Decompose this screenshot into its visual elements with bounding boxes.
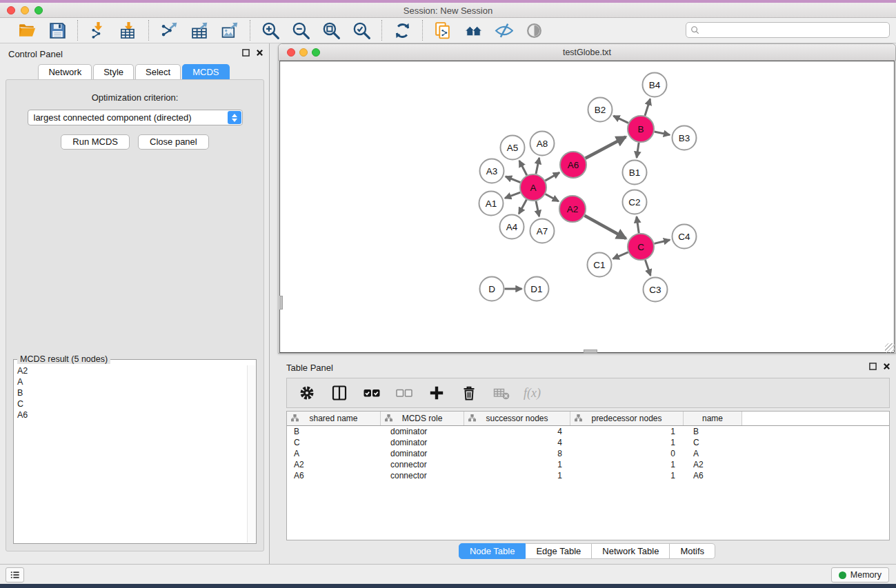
cell-successor-nodes[interactable]: 8: [464, 448, 570, 459]
cell-name[interactable]: B: [684, 426, 742, 437]
column-header-name[interactable]: name: [684, 412, 742, 425]
edge-C-C1[interactable]: [613, 252, 628, 258]
function-builder-icon[interactable]: f(x): [524, 386, 541, 401]
node-B[interactable]: B: [628, 116, 654, 142]
cell-predecessor-nodes[interactable]: 1: [570, 459, 684, 470]
edge-A-A6[interactable]: [545, 172, 559, 181]
cell-name[interactable]: A: [684, 448, 742, 459]
close-panel-icon[interactable]: [256, 49, 263, 57]
delete-table-icon[interactable]: [491, 383, 512, 403]
node-A5[interactable]: A5: [501, 136, 525, 160]
node-A1[interactable]: A1: [479, 192, 504, 216]
edge-A-A8[interactable]: [536, 158, 539, 174]
import-table-icon[interactable]: [118, 20, 139, 41]
float-panel-icon[interactable]: [242, 49, 250, 57]
tab-node-table[interactable]: Node Table: [459, 543, 526, 559]
result-list-item[interactable]: B: [14, 387, 246, 398]
edge-A-A7[interactable]: [536, 201, 539, 216]
cell-MCDS-role[interactable]: dominator: [381, 437, 464, 448]
edge-A-A4[interactable]: [519, 200, 526, 214]
tab-mcds[interactable]: MCDS: [182, 64, 229, 79]
cell-name[interactable]: A2: [684, 459, 742, 470]
table-row[interactable]: Cdominator41C: [287, 437, 889, 448]
node-A[interactable]: A: [520, 174, 546, 201]
column-header-shared-name[interactable]: shared name: [287, 412, 381, 425]
vertical-scroll-indicator[interactable]: [279, 296, 283, 310]
first-neighbors-icon[interactable]: [463, 20, 484, 41]
zoom-selected-icon[interactable]: [351, 20, 372, 41]
import-network-icon[interactable]: [88, 20, 108, 41]
node-A7[interactable]: A7: [530, 219, 555, 243]
cell-MCDS-role[interactable]: dominator: [381, 448, 464, 459]
node-B2[interactable]: B2: [588, 98, 613, 122]
cell-MCDS-role[interactable]: connector: [381, 470, 464, 481]
result-list-item[interactable]: C: [14, 398, 246, 409]
node-B4[interactable]: B4: [643, 73, 667, 97]
show-hidden-icon[interactable]: [524, 20, 544, 41]
tab-network[interactable]: Network: [38, 64, 92, 79]
column-header-successor-nodes[interactable]: successor nodes: [464, 412, 570, 425]
result-scrollbar[interactable]: [247, 365, 255, 543]
network-window-titlebar[interactable]: testGlobe.txt: [279, 44, 895, 61]
open-file-icon[interactable]: [17, 20, 37, 41]
edge-A-A5[interactable]: [519, 161, 527, 175]
cell-predecessor-nodes[interactable]: 1: [570, 426, 684, 437]
cell-successor-nodes[interactable]: 1: [464, 459, 570, 470]
node-B3[interactable]: B3: [673, 126, 697, 150]
edge-B-B4[interactable]: [645, 99, 650, 116]
close-table-panel-icon[interactable]: [883, 363, 890, 370]
edge-A-A1[interactable]: [505, 192, 520, 198]
delete-column-icon[interactable]: [459, 383, 479, 403]
save-session-icon[interactable]: [47, 20, 68, 41]
cell-shared-name[interactable]: A: [287, 448, 381, 459]
memory-button[interactable]: Memory: [831, 567, 889, 582]
node-D[interactable]: D: [480, 277, 504, 301]
cell-shared-name[interactable]: A2: [287, 459, 381, 470]
cell-MCDS-role[interactable]: connector: [381, 459, 464, 470]
cell-predecessor-nodes[interactable]: 1: [570, 437, 684, 448]
node-A8[interactable]: A8: [530, 132, 555, 156]
cell-successor-nodes[interactable]: 4: [464, 426, 570, 437]
zoom-in-icon[interactable]: [260, 20, 281, 41]
edge-B-B3[interactable]: [655, 132, 670, 135]
tab-edge-table[interactable]: Edge Table: [526, 543, 592, 559]
hide-selected-icon[interactable]: [493, 20, 514, 41]
node-B1[interactable]: B1: [623, 161, 647, 185]
node-A3[interactable]: A3: [480, 159, 504, 183]
float-table-panel-icon[interactable]: [869, 363, 877, 370]
result-list-item[interactable]: A6: [14, 409, 246, 420]
edge-C-C4[interactable]: [654, 240, 670, 243]
table-row[interactable]: A2connector11A2: [287, 459, 889, 470]
search-field[interactable]: [686, 22, 890, 38]
tab-network-table[interactable]: Network Table: [592, 543, 670, 559]
tab-style[interactable]: Style: [93, 64, 134, 79]
show-panels-button[interactable]: [6, 567, 24, 582]
export-table-icon[interactable]: [189, 20, 210, 41]
horizontal-scroll-indicator[interactable]: [584, 349, 597, 353]
cell-shared-name[interactable]: A6: [287, 470, 381, 481]
tab-select[interactable]: Select: [135, 64, 181, 79]
edge-A-A2[interactable]: [546, 194, 559, 201]
edge-B-B1[interactable]: [637, 143, 639, 158]
cell-predecessor-nodes[interactable]: 1: [570, 470, 684, 481]
table-row[interactable]: Bdominator41B: [287, 426, 889, 437]
criterion-select[interactable]: largest connected component (directed): [28, 110, 243, 125]
edge-B-B2[interactable]: [613, 116, 628, 123]
result-list-item[interactable]: A2: [14, 365, 246, 376]
table-row[interactable]: A6connector11A6: [287, 470, 889, 481]
new-network-from-selection-icon[interactable]: [432, 20, 453, 41]
edge-C-C3[interactable]: [645, 260, 650, 276]
node-C[interactable]: C: [628, 234, 654, 260]
node-C3[interactable]: C3: [644, 278, 668, 302]
split-column-icon[interactable]: [329, 383, 350, 403]
export-image-icon[interactable]: [219, 20, 240, 41]
cell-successor-nodes[interactable]: 1: [464, 470, 570, 481]
resize-grip-icon[interactable]: [885, 343, 895, 353]
cell-successor-nodes[interactable]: 4: [464, 437, 570, 448]
result-list-item[interactable]: A: [14, 376, 246, 387]
export-network-icon[interactable]: [159, 20, 179, 41]
close-panel-button[interactable]: Close panel: [138, 134, 209, 150]
run-mcds-button[interactable]: Run MCDS: [61, 134, 130, 150]
cell-shared-name[interactable]: B: [287, 426, 381, 437]
edge-C-C2[interactable]: [637, 216, 639, 233]
